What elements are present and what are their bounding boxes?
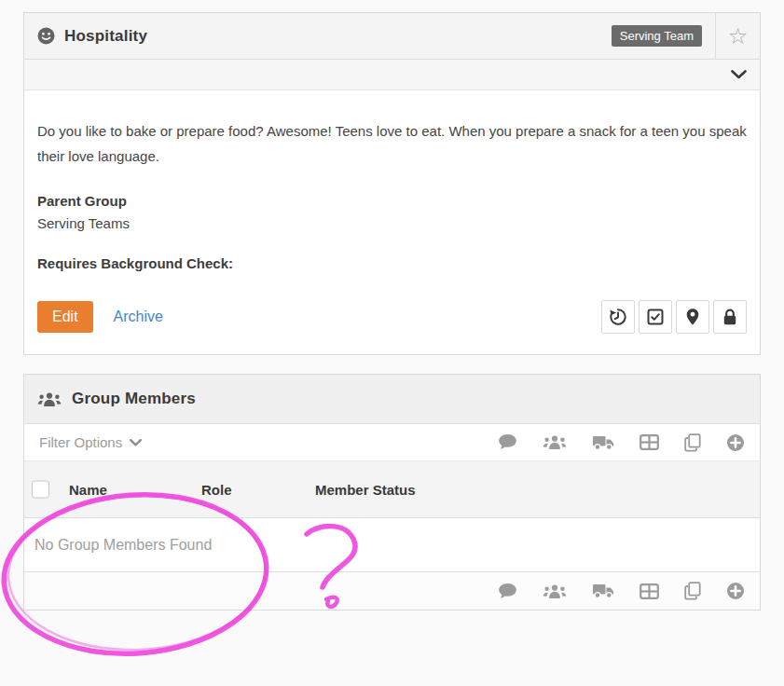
filter-options-label: Filter Options	[39, 434, 122, 450]
add-circle-icon[interactable]	[726, 582, 745, 600]
members-icon[interactable]	[543, 434, 567, 450]
history-button[interactable]	[601, 300, 635, 334]
checked-box-icon	[646, 308, 665, 326]
lock-icon	[722, 308, 738, 326]
column-header-name[interactable]: Name	[69, 482, 107, 498]
select-all-checkbox[interactable]	[32, 481, 49, 499]
members-icon[interactable]	[543, 583, 567, 599]
smiley-icon	[37, 27, 55, 45]
truck-icon[interactable]	[592, 583, 614, 599]
location-button[interactable]	[676, 300, 709, 334]
parent-group-value: Serving Teams	[37, 215, 747, 231]
group-panel-body: Do you like to bake or prepare food? Awe…	[24, 90, 760, 354]
archive-link[interactable]: Archive	[114, 309, 163, 325]
parent-group-label: Parent Group	[37, 193, 747, 209]
group-panel-header: Hospitality Serving Team ☆	[24, 13, 760, 60]
edit-button[interactable]: Edit	[37, 301, 93, 333]
column-header-role[interactable]: Role	[201, 482, 232, 498]
truck-icon[interactable]	[592, 434, 614, 451]
collapse-bar[interactable]	[24, 60, 760, 90]
chat-icon[interactable]	[498, 433, 517, 451]
history-icon	[608, 307, 628, 327]
star-icon[interactable]: ☆	[728, 25, 749, 48]
members-panel-header: Group Members	[24, 375, 760, 424]
background-check-label: Requires Background Check:	[37, 255, 747, 271]
empty-members-message: No Group Members Found	[34, 537, 212, 554]
chevron-down-icon	[130, 439, 142, 446]
copy-icon[interactable]	[684, 582, 701, 600]
group-detail-panel: Hospitality Serving Team ☆ Do you like t…	[23, 12, 761, 355]
copy-icon[interactable]	[684, 433, 701, 452]
members-panel-title: Group Members	[72, 390, 196, 408]
column-header-member-status[interactable]: Member Status	[315, 482, 416, 498]
chevron-down-icon[interactable]	[731, 70, 747, 79]
group-type-badge: Serving Team	[612, 25, 702, 47]
chat-icon[interactable]	[498, 583, 517, 600]
lock-button[interactable]	[713, 300, 747, 334]
filter-row: Filter Options	[24, 424, 760, 461]
group-tool-buttons	[601, 300, 747, 334]
members-footer-row	[24, 572, 760, 610]
group-members-panel: Group Members Filter Options	[23, 374, 761, 611]
filter-options-toggle[interactable]: Filter Options	[39, 434, 142, 450]
page-title: Hospitality	[64, 27, 147, 46]
grid-table-icon[interactable]	[640, 434, 659, 450]
page-content: Hospitality Serving Team ☆ Do you like t…	[23, 12, 761, 611]
members-toolbar	[498, 433, 745, 452]
grid-table-icon[interactable]	[640, 583, 659, 599]
group-description: Do you like to bake or prepare food? Awe…	[37, 118, 747, 169]
members-footer-toolbar	[498, 582, 745, 600]
empty-members-row: No Group Members Found	[24, 518, 760, 572]
group-actions-row: Edit Archive	[37, 300, 747, 334]
members-table-header: Name Role Member Status	[24, 461, 760, 518]
group-members-icon	[37, 391, 62, 407]
location-pin-icon	[684, 308, 701, 326]
favorite-star-cell[interactable]: ☆	[715, 13, 760, 59]
group-panel-header-main: Hospitality Serving Team	[24, 13, 715, 59]
add-circle-icon[interactable]	[726, 433, 745, 452]
tasks-button[interactable]	[639, 300, 672, 334]
